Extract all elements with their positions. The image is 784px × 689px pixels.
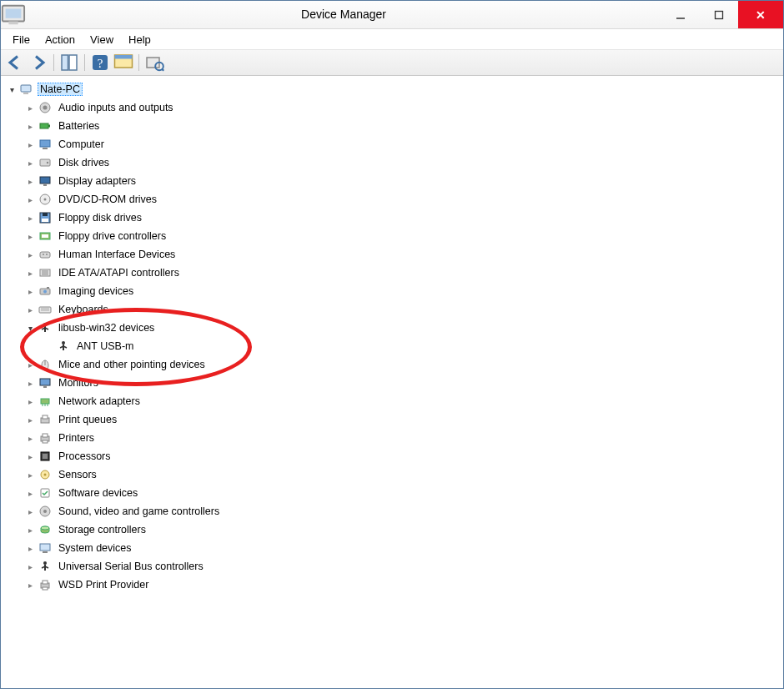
- tree-item[interactable]: Software devices: [3, 484, 781, 502]
- tree-arrow-none: [43, 340, 54, 352]
- tree-item[interactable]: Computer: [3, 135, 781, 153]
- tree-arrow-collapsed-icon[interactable]: [24, 359, 36, 370]
- tree-item[interactable]: IDE ATA/ATAPI controllers: [3, 264, 781, 282]
- tree-item[interactable]: Keyboards: [3, 300, 781, 319]
- svg-point-73: [43, 510, 47, 513]
- tree-item[interactable]: Human Interface Devices: [3, 245, 781, 264]
- tree-item-label: Universal Serial Bus controllers: [56, 560, 206, 573]
- tree-arrow-collapsed-icon[interactable]: [24, 432, 36, 444]
- tree-arrow-collapsed-icon[interactable]: [24, 138, 36, 150]
- tree-arrow-collapsed-icon[interactable]: [24, 194, 36, 205]
- tree-item-label: Nate-PC: [38, 83, 83, 96]
- tree-arrow-collapsed-icon[interactable]: [24, 469, 36, 480]
- tree-arrow-collapsed-icon[interactable]: [24, 120, 36, 132]
- network-icon: [38, 394, 53, 409]
- svg-rect-83: [43, 587, 48, 590]
- tree-arrow-collapsed-icon[interactable]: [24, 579, 36, 591]
- printer-icon: [38, 577, 53, 592]
- tree-arrow-collapsed-icon[interactable]: [24, 212, 36, 224]
- back-button[interactable]: [4, 52, 26, 73]
- tree-item-label: DVD/CD-ROM drives: [56, 193, 159, 206]
- tree-item[interactable]: Disk drives: [3, 153, 781, 172]
- menu-help[interactable]: Help: [122, 32, 158, 48]
- tree-arrow-collapsed-icon[interactable]: [24, 285, 36, 297]
- tree-item[interactable]: Floppy drive controllers: [3, 227, 781, 245]
- show-hide-tree-button[interactable]: [58, 52, 80, 73]
- tree-item[interactable]: Print queues: [3, 410, 781, 429]
- floppy-icon: [38, 210, 53, 225]
- scan-hardware-button[interactable]: [143, 52, 165, 73]
- tree-arrow-collapsed-icon[interactable]: [24, 249, 36, 260]
- tree-arrow-collapsed-icon[interactable]: [24, 230, 36, 242]
- tree-arrow-collapsed-icon[interactable]: [24, 561, 36, 572]
- tree-arrow-collapsed-icon[interactable]: [24, 450, 36, 462]
- devices-by-type-button[interactable]: [113, 52, 134, 73]
- tree-item[interactable]: Sensors: [3, 465, 781, 484]
- tree-item-label: ANT USB-m: [74, 339, 137, 353]
- help-button[interactable]: ?: [89, 52, 111, 73]
- device-manager-window: Device Manager ✕ File Action View Help ?…: [0, 0, 784, 689]
- tree-item-label: Printers: [56, 431, 97, 445]
- tree-arrow-collapsed-icon[interactable]: [24, 377, 36, 389]
- tree-item-label: Audio inputs and outputs: [56, 101, 176, 114]
- tree-item[interactable]: Storage controllers: [3, 521, 781, 539]
- menu-view[interactable]: View: [83, 32, 120, 48]
- tree-item[interactable]: libusb-win32 devices: [3, 319, 781, 337]
- tree-item[interactable]: Universal Serial Bus controllers: [3, 557, 781, 576]
- tree-item[interactable]: DVD/CD-ROM drives: [3, 190, 781, 209]
- cpu-icon: [38, 449, 53, 464]
- tree-arrow-collapsed-icon[interactable]: [24, 414, 36, 425]
- tree-arrow-expanded-icon[interactable]: [6, 83, 18, 95]
- minimize-button[interactable]: [661, 1, 700, 28]
- tree-arrow-collapsed-icon[interactable]: [24, 157, 36, 168]
- mouse-icon: [38, 357, 53, 372]
- tree-item-label: IDE ATA/ATAPI controllers: [56, 266, 182, 279]
- forward-button[interactable]: [28, 52, 49, 73]
- tree-item[interactable]: Monitors: [3, 374, 781, 392]
- tree-arrow-expanded-icon[interactable]: [24, 322, 36, 334]
- tree-panel[interactable]: Nate-PCAudio inputs and outputsBatteries…: [1, 76, 783, 688]
- tree-arrow-collapsed-icon[interactable]: [24, 175, 36, 187]
- software-icon: [38, 485, 53, 500]
- close-button[interactable]: ✕: [738, 1, 783, 28]
- tree-arrow-collapsed-icon[interactable]: [24, 524, 36, 536]
- tree-item[interactable]: Display adapters: [3, 172, 781, 190]
- svg-rect-5: [62, 55, 68, 70]
- tree-item[interactable]: ANT USB-m: [3, 337, 781, 355]
- tree-arrow-collapsed-icon[interactable]: [24, 395, 36, 407]
- svg-rect-30: [42, 219, 48, 222]
- tree-item[interactable]: Floppy disk drives: [3, 209, 781, 227]
- tree-item[interactable]: Mice and other pointing devices: [3, 355, 781, 374]
- tree-item[interactable]: Nate-PC: [3, 80, 781, 98]
- svg-rect-4: [716, 11, 723, 18]
- tree-item[interactable]: Sound, video and game controllers: [3, 502, 781, 521]
- display-icon: [38, 174, 53, 189]
- tree-item[interactable]: Batteries: [3, 117, 781, 135]
- usb-icon: [56, 339, 71, 354]
- tree-arrow-collapsed-icon[interactable]: [24, 102, 36, 113]
- tree-arrow-collapsed-icon[interactable]: [24, 505, 36, 517]
- tree-item[interactable]: Network adapters: [3, 392, 781, 410]
- svg-rect-33: [40, 252, 50, 258]
- tree-arrow-collapsed-icon[interactable]: [24, 542, 36, 554]
- menu-action[interactable]: Action: [38, 32, 82, 48]
- tree-item[interactable]: Processors: [3, 447, 781, 465]
- svg-rect-42: [47, 287, 49, 289]
- tree-item[interactable]: WSD Print Provider: [3, 576, 781, 594]
- tree-arrow-collapsed-icon[interactable]: [24, 304, 36, 315]
- svg-point-41: [43, 290, 47, 294]
- tree-item-label: Mice and other pointing devices: [56, 358, 208, 371]
- tree-arrow-collapsed-icon[interactable]: [24, 487, 36, 499]
- menu-file[interactable]: File: [6, 32, 37, 48]
- svg-point-50: [62, 341, 65, 344]
- maximize-button[interactable]: [700, 1, 738, 28]
- tree-item-label: Processors: [56, 450, 113, 463]
- tree-item[interactable]: Audio inputs and outputs: [3, 98, 781, 117]
- tree-item[interactable]: Imaging devices: [3, 282, 781, 300]
- sensor-icon: [38, 467, 53, 482]
- svg-rect-20: [40, 140, 50, 147]
- tree-item[interactable]: Printers: [3, 429, 781, 447]
- system-icon: [38, 541, 53, 556]
- tree-arrow-collapsed-icon[interactable]: [24, 267, 36, 279]
- tree-item[interactable]: System devices: [3, 539, 781, 557]
